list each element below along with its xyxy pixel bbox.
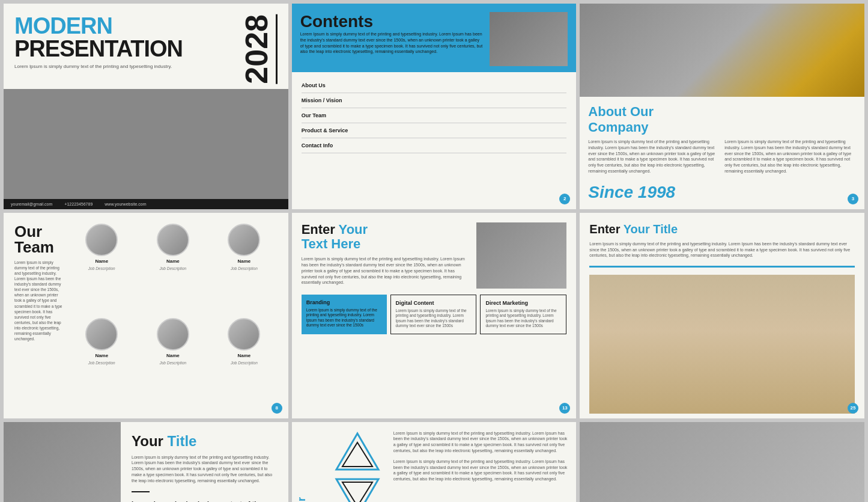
slide8-texts: Lorem Ipsum is simply dummy text of the … bbox=[393, 430, 568, 502]
avatar-5 bbox=[157, 318, 189, 350]
email-label: youremail@gmail.com bbox=[11, 202, 52, 206]
branding-title: Branding bbox=[306, 299, 382, 305]
team-member-6: Name Job Description bbox=[211, 318, 278, 408]
digital-text: Lorem Ipsum is simply dummy text of the … bbox=[396, 308, 472, 329]
page-num-2: 2 bbox=[559, 194, 570, 204]
title-area: MODERN PRESENTATION Lorem Ipsum is simpl… bbox=[14, 14, 241, 84]
slide-8: Enter YourTitle Here Lorem Ipsum is simp… bbox=[292, 422, 577, 502]
slide7-content: Your Title Lorem Ipsum is simply dummy t… bbox=[121, 422, 288, 502]
slide8-desc1: Lorem Ipsum is simply dummy text of the … bbox=[393, 430, 568, 454]
avatar-6 bbox=[228, 318, 260, 350]
team-member-2: Name Job Description bbox=[140, 224, 207, 313]
bold-text-7: Lorem Ipsum is simply dummy text of the … bbox=[132, 500, 278, 502]
slide-6: Enter Your Title Lorem Ipsum is simply d… bbox=[580, 213, 864, 418]
slide5-top: Enter YourText Here Lorem Ipsum is simpl… bbox=[302, 222, 567, 289]
website-label: www.yourwebsite.com bbox=[105, 202, 146, 206]
contents-list: About Us Mission / Vision Our Team Produ… bbox=[292, 72, 577, 209]
rotated-enter: Enter YourTitle Here bbox=[296, 497, 320, 502]
svg-marker-1 bbox=[342, 442, 372, 467]
about-black: About bbox=[588, 104, 630, 119]
member-name-4: Name bbox=[95, 353, 108, 358]
digital-card: Digital Content Lorem Ipsum is simply du… bbox=[390, 295, 477, 334]
slide-4: OurTeam Lorem Ipsum is simply dummy text… bbox=[4, 213, 288, 418]
enter-black-5: Enter bbox=[302, 222, 339, 237]
enter6-blue: Your Title bbox=[624, 222, 678, 236]
blue-divider-6 bbox=[589, 266, 855, 268]
contents-title-area: Contents Lorem Ipsum is simply dummy tex… bbox=[300, 12, 484, 66]
slide8-desc2: Lorem Ipsum is simply dummy text of the … bbox=[393, 459, 568, 482]
team-member-4: Name Job Description bbox=[68, 318, 135, 408]
your-desc-7: Lorem Ipsum is simply dummy text of the … bbox=[132, 455, 278, 484]
contents-photo bbox=[490, 12, 568, 66]
slide-7: Your Title Lorem Ipsum is simply dummy t… bbox=[4, 422, 288, 502]
contents-heading: Contents bbox=[300, 12, 484, 31]
member-job-3: Job Description bbox=[231, 266, 258, 271]
member-job-6: Job Description bbox=[231, 361, 258, 365]
about-desc1: Lorem Ipsum is simply dummy text of the … bbox=[588, 139, 720, 174]
enter6-desc: Lorem Ipsum is simply dummy text of the … bbox=[589, 241, 855, 259]
divider-7 bbox=[132, 491, 150, 492]
contents-desc: Lorem Ipsum is simply dummy text of the … bbox=[300, 31, 484, 55]
member-name-2: Name bbox=[166, 259, 180, 264]
slide3-content: About OurCompany Lorem Ipsum is simply d… bbox=[580, 97, 864, 209]
since-text: Since 1998 bbox=[588, 183, 856, 202]
team-member-5: Name Job Description bbox=[140, 318, 207, 408]
member-job-4: Job Description bbox=[88, 361, 115, 365]
slide1-footer: youremail@gmail.com +12223456789 www.you… bbox=[4, 199, 288, 209]
marketing-text: Lorem Ipsum is simply dummy text of the … bbox=[485, 308, 561, 329]
avatar-3 bbox=[228, 224, 260, 256]
team-grid: Name Job Description Name Job Descriptio… bbox=[68, 224, 278, 408]
team-desc: Lorem Ipsum is simply dummy text of the … bbox=[14, 260, 62, 341]
team-member-1: Name Job Description bbox=[68, 224, 135, 313]
avatar-2 bbox=[157, 224, 189, 256]
triangle-icon-1 bbox=[333, 430, 381, 473]
about-desc2: Lorem Ipsum is simply dummy text of the … bbox=[724, 139, 856, 174]
branding-card: Branding Lorem Ipsum is simply dummy tex… bbox=[302, 295, 387, 334]
slide5-title-area: Enter YourText Here Lorem Ipsum is simpl… bbox=[302, 222, 470, 289]
slide8-main: Lorem Ipsum is simply dummy text of the … bbox=[325, 422, 577, 502]
digital-title: Digital Content bbox=[396, 300, 472, 306]
year-display: 2028 bbox=[241, 14, 278, 84]
branding-text: Lorem Ipsum is simply dummy text of the … bbox=[306, 308, 382, 328]
member-name-1: Name bbox=[95, 259, 108, 264]
since-black: Since bbox=[588, 183, 637, 201]
slide1-subtitle: Lorem Ipsum is simply dummy text of the … bbox=[14, 64, 241, 69]
slide-5: Enter YourText Here Lorem Ipsum is simpl… bbox=[292, 213, 577, 418]
slide-2: Contents Lorem Ipsum is simply dummy tex… bbox=[292, 4, 577, 209]
team-member-3: Name Job Description bbox=[211, 224, 278, 313]
contents-top: Contents Lorem Ipsum is simply dummy tex… bbox=[292, 4, 577, 72]
your-black: Your bbox=[132, 433, 168, 449]
slide-3: About OurCompany Lorem Ipsum is simply d… bbox=[580, 4, 864, 209]
avatar-1 bbox=[85, 224, 118, 256]
member-job-5: Job Description bbox=[159, 361, 186, 365]
page-num-6: 25 bbox=[848, 403, 858, 414]
page-num-4: 8 bbox=[272, 403, 282, 414]
contents-item-5: Contact Info bbox=[302, 138, 567, 153]
slide8-icons bbox=[333, 430, 387, 502]
slide5-photo bbox=[476, 222, 566, 289]
marketing-card: Direct Marketing Lorem Ipsum is simply d… bbox=[480, 295, 566, 334]
slide-9: Enter Your Title Here Lorem Ipsum is sim… bbox=[580, 422, 864, 502]
your-blue: Title bbox=[168, 433, 197, 449]
member-job-2: Job Description bbox=[159, 266, 186, 271]
slide8-icons-row: Lorem Ipsum is simply dummy text of the … bbox=[333, 430, 568, 502]
avatar-4 bbox=[85, 318, 118, 350]
slide6-photo bbox=[589, 275, 855, 413]
about-title: About OurCompany bbox=[588, 104, 856, 135]
enter6-black: Enter bbox=[589, 222, 623, 236]
enter-title-5: Enter YourText Here bbox=[302, 222, 470, 251]
slide9-photo bbox=[580, 422, 864, 502]
contents-item-2: Mission / Vision bbox=[302, 93, 567, 108]
contents-item-3: Our Team bbox=[302, 108, 567, 123]
bold-black1: Lorem Ipsum is simply dummy text of the bbox=[132, 500, 262, 502]
member-name-3: Name bbox=[237, 259, 250, 264]
page-num-3: 3 bbox=[848, 194, 858, 204]
page-num-5: 13 bbox=[559, 403, 570, 414]
contents-item-4: Product & Service bbox=[302, 123, 567, 138]
contents-item-1: About Us bbox=[302, 78, 567, 93]
member-job-1: Job Description bbox=[88, 266, 115, 271]
slide3-photo bbox=[580, 4, 864, 97]
main-title-modern: MODERN bbox=[14, 14, 241, 37]
phone-label: +12223456789 bbox=[64, 202, 93, 206]
member-name-6: Name bbox=[237, 353, 250, 358]
